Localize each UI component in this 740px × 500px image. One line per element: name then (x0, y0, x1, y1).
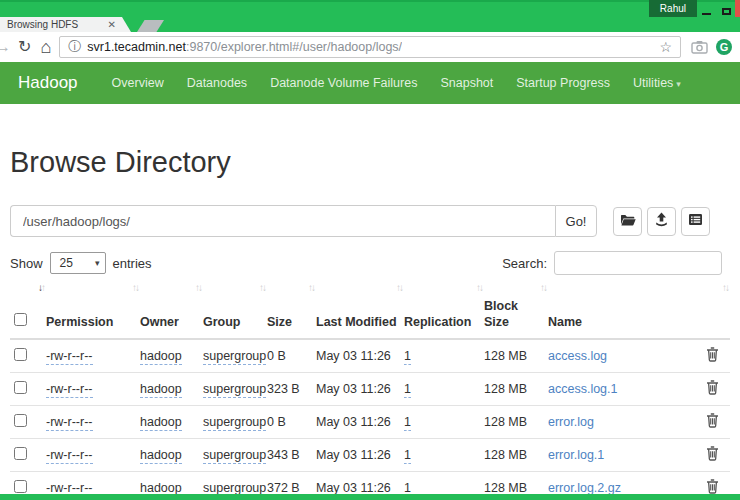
file-table: ↓↑ ↑↓ Permission ↑↓ Owner ↑↓ Group ↑↓ (10, 281, 730, 500)
row-checkbox[interactable] (14, 447, 27, 460)
file-name-link[interactable]: error.log.1 (548, 448, 604, 462)
header-select-all[interactable]: ↓↑ (10, 281, 46, 339)
profile-name: Rahul (660, 3, 686, 14)
header-block-size[interactable]: ↑↓ Block Size (484, 281, 548, 339)
group-cell[interactable]: supergroup (203, 415, 266, 431)
replication-cell[interactable]: 1 (404, 448, 411, 464)
navbar-brand[interactable]: Hadoop (18, 73, 78, 93)
go-button[interactable]: Go! (555, 205, 597, 237)
permission-cell[interactable]: -rw-r--r-- (46, 448, 93, 464)
size-cell: 343 B (267, 448, 300, 462)
list-alt-icon (688, 213, 703, 229)
cut-paste-button[interactable] (681, 207, 710, 236)
browser-toolbar: → ↻ ⌂ ⓘ svr1.tecadmin.net :9870/explorer… (0, 32, 740, 62)
sort-icon: ↑↓ (722, 282, 728, 295)
row-checkbox[interactable] (14, 381, 27, 394)
close-window-icon[interactable] (735, 0, 740, 17)
url-path: :9870/explorer.html#/user/hadoop/logs/ (186, 40, 402, 54)
header-replication-label: Replication (404, 315, 471, 329)
bookmark-star-icon[interactable]: ☆ (659, 39, 672, 55)
header-name[interactable]: Name (548, 281, 696, 339)
header-owner[interactable]: ↑↓ Owner (140, 281, 203, 339)
delete-file-button[interactable] (706, 446, 719, 464)
trash-icon (706, 383, 719, 398)
owner-cell[interactable]: hadoop (140, 382, 182, 398)
browser-titlebar: Browsing HDFS ✕ Rahul (0, 0, 740, 32)
row-checkbox[interactable] (14, 414, 27, 427)
modified-cell: May 03 11:26 (316, 349, 391, 363)
reload-icon[interactable]: ↻ (18, 39, 31, 55)
replication-cell[interactable]: 1 (404, 415, 411, 431)
sort-icon: ↑↓ (396, 282, 402, 295)
file-name-link[interactable]: access.log.1 (548, 382, 617, 396)
nav-item-overview[interactable]: Overview (112, 76, 164, 90)
row-checkbox[interactable] (14, 348, 27, 361)
owner-cell[interactable]: hadoop (140, 415, 182, 431)
replication-cell[interactable]: 1 (404, 349, 411, 365)
address-bar[interactable]: ⓘ svr1.tecadmin.net :9870/explorer.html#… (59, 36, 681, 58)
delete-file-button[interactable] (706, 347, 719, 365)
search-control: Search: (502, 251, 722, 275)
tab-close-icon[interactable]: ✕ (108, 20, 116, 30)
camera-extension-icon[interactable] (691, 40, 708, 54)
directory-actions (613, 207, 710, 236)
header-last-modified[interactable]: ↑↓ Last Modified (316, 281, 404, 339)
entries-label: entries (113, 256, 152, 271)
header-delete[interactable]: ↑↓ (696, 281, 730, 339)
table-row: -rw-r--r-- hadoop supergroup 343 B May 0… (10, 439, 730, 472)
file-name-link[interactable]: access.log (548, 349, 607, 363)
table-controls: Show 25 ▾ entries Search: (10, 251, 730, 275)
hadoop-navbar: Hadoop Overview Datanodes Datanode Volum… (0, 62, 740, 104)
trash-icon (706, 350, 719, 365)
header-permission[interactable]: ↑↓ Permission (46, 281, 140, 339)
new-tab-button[interactable] (137, 20, 164, 32)
select-all-checkbox[interactable] (14, 313, 27, 326)
header-group[interactable]: ↑↓ Group (203, 281, 267, 339)
create-directory-button[interactable] (613, 207, 642, 236)
permission-cell[interactable]: -rw-r--r-- (46, 415, 93, 431)
minimize-icon[interactable] (702, 13, 711, 15)
select-caret-icon: ▾ (95, 258, 100, 268)
home-icon[interactable]: ⌂ (40, 38, 51, 56)
owner-cell[interactable]: hadoop (140, 448, 182, 464)
group-cell[interactable]: supergroup (203, 349, 266, 365)
trash-icon (706, 416, 719, 431)
info-icon[interactable]: ⓘ (68, 38, 81, 56)
search-input[interactable] (554, 251, 722, 275)
delete-file-button[interactable] (706, 413, 719, 431)
browser-tab[interactable]: Browsing HDFS ✕ (0, 17, 131, 32)
header-size[interactable]: ↑↓ Size (267, 281, 316, 339)
header-replication[interactable]: ↑↓ Replication (404, 281, 484, 339)
nav-item-datanodes[interactable]: Datanodes (187, 76, 247, 90)
sort-icon: ↑↓ (132, 282, 138, 295)
permission-cell[interactable]: -rw-r--r-- (46, 349, 93, 365)
page-content: Browse Directory Go! Sh (0, 146, 740, 500)
block-size-cell: 128 MB (484, 448, 527, 462)
header-name-label: Name (548, 315, 582, 329)
nav-item-utilities[interactable]: Utilities▾ (633, 76, 681, 90)
modified-cell: May 03 11:26 (316, 415, 391, 429)
owner-cell[interactable]: hadoop (140, 349, 182, 365)
upload-files-button[interactable] (647, 207, 676, 236)
page-size-select[interactable]: 25 ▾ (50, 252, 106, 274)
header-last-modified-label: Last Modified (316, 315, 397, 329)
replication-cell[interactable]: 1 (404, 382, 411, 398)
maximize-icon[interactable] (722, 8, 731, 15)
sort-icon: ↑↓ (540, 282, 546, 295)
permission-cell[interactable]: -rw-r--r-- (46, 382, 93, 398)
forward-icon[interactable]: → (0, 39, 11, 55)
delete-file-button[interactable] (706, 380, 719, 398)
nav-item-startup-progress[interactable]: Startup Progress (516, 76, 610, 90)
nav-item-snapshot[interactable]: Snapshot (440, 76, 493, 90)
block-size-cell: 128 MB (484, 415, 527, 429)
group-cell[interactable]: supergroup (203, 382, 266, 398)
modified-cell: May 03 11:26 (316, 448, 391, 462)
directory-path-input[interactable] (10, 205, 555, 237)
profile-chip[interactable]: Rahul (649, 0, 697, 17)
row-checkbox[interactable] (14, 480, 27, 493)
nav-item-datanode-volume-failures[interactable]: Datanode Volume Failures (270, 76, 417, 90)
grammarly-extension-icon[interactable]: G (716, 39, 732, 55)
search-label: Search: (502, 256, 547, 271)
group-cell[interactable]: supergroup (203, 448, 266, 464)
file-name-link[interactable]: error.log (548, 415, 594, 429)
